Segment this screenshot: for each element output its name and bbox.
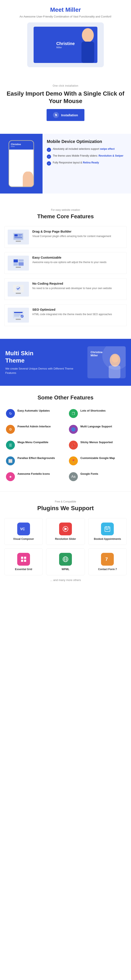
svg-rect-22 bbox=[14, 315, 22, 315]
mobile-feature-icon-2: ✓ bbox=[47, 154, 51, 159]
mobile-feature-3: ✓ Fully Responsive layout & Retina Ready bbox=[47, 161, 127, 165]
svg-rect-36 bbox=[106, 529, 107, 530]
other-feature-6: 📌 Sticky Menus Supported bbox=[67, 439, 127, 451]
other-feature-body-3: Powerful Admin Interface bbox=[17, 425, 51, 428]
feature-card-img-4 bbox=[8, 308, 29, 323]
svg-rect-27 bbox=[109, 366, 120, 378]
feature-card-body-3: No Coding Required No need to be a profe… bbox=[32, 282, 112, 290]
other-feature-4: 🌐 Multi Language Support bbox=[67, 423, 127, 436]
plugin-icon-4 bbox=[17, 553, 30, 566]
plugin-icon-6: 7 bbox=[101, 553, 114, 566]
other-feature-title-5: Mega Menu Compatible bbox=[17, 441, 48, 444]
svg-rect-1 bbox=[82, 41, 94, 63]
mobile-feature-icon-3: ✓ bbox=[47, 161, 51, 165]
other-feature-body-10: Google Fonts bbox=[80, 472, 98, 476]
svg-rect-7 bbox=[18, 234, 22, 235]
svg-rect-18 bbox=[16, 293, 21, 294]
other-feature-body-2: Lots of Shortcodes bbox=[80, 409, 106, 413]
features-heading: Theme Core Features bbox=[4, 213, 127, 220]
plugin-card-5: WPML bbox=[46, 548, 85, 575]
svg-marker-31 bbox=[65, 527, 68, 530]
plugins-note: ... and many more others bbox=[4, 578, 127, 582]
other-feature-body-8: Customizable Google Map bbox=[80, 457, 115, 460]
hero-subtitle: An Awesome User-Friendly Combination of … bbox=[4, 15, 127, 18]
other-features-section: Some Other Features ↻ Easy Automatic Upd… bbox=[0, 386, 131, 492]
svg-rect-40 bbox=[21, 560, 23, 562]
mobile-feature-text-1: Absolutely all included selections suppo… bbox=[53, 147, 115, 151]
other-feature-body-4: Multi Language Support bbox=[80, 425, 112, 428]
plugin-icon-1: VC bbox=[17, 523, 30, 535]
install-button[interactable]: 🖱 Installation bbox=[47, 109, 84, 121]
mobile-feature-1: ✓ Absolutely all included selections sup… bbox=[47, 147, 127, 152]
plugins-heading: Plugins We Support bbox=[4, 505, 127, 512]
mobile-feature-text-2: The theme uses Mobile Friendly sliders: … bbox=[53, 154, 123, 158]
other-feature-body-1: Easy Automatic Updates bbox=[17, 409, 50, 413]
phone-surname: Miller bbox=[11, 146, 32, 148]
svg-rect-5 bbox=[14, 234, 17, 236]
other-feature-title-2: Lots of Shortcodes bbox=[80, 409, 106, 412]
plugin-icon-5 bbox=[59, 553, 72, 566]
other-feature-7: ⬜ Parallax Effect Backgrounds bbox=[4, 455, 64, 467]
import-heading: Easily Import Demo With a Single Click o… bbox=[6, 90, 125, 105]
plugin-name-4: Essential Grid bbox=[15, 568, 32, 571]
laptop-surname: Miller bbox=[56, 46, 75, 49]
other-feature-icon-3: ⚙ bbox=[6, 425, 15, 434]
feature-card-img-3 bbox=[8, 282, 29, 297]
plugin-card-2: Revolution Slider bbox=[46, 518, 85, 545]
mobile-phone-mockup: Christine Miller bbox=[0, 134, 43, 194]
svg-point-28 bbox=[112, 355, 118, 363]
other-feature-title-10: Google Fonts bbox=[80, 472, 98, 476]
other-feature-1: ↻ Easy Automatic Updates bbox=[4, 407, 64, 420]
feature-card-img-2 bbox=[8, 256, 29, 270]
other-feature-5: ☰ Mega Menu Compatible bbox=[4, 439, 64, 451]
other-feature-icon-4: 🌐 bbox=[69, 425, 78, 434]
feature-card-4: SEO Optimized HTML code integrated into … bbox=[4, 304, 127, 326]
hero-title-plain: Meet bbox=[50, 6, 65, 13]
laptop-screen: Christine Miller bbox=[33, 27, 98, 63]
feature-card-img-1 bbox=[8, 229, 29, 245]
hero-section: Meet Miller An Awesome User-Friendly Com… bbox=[0, 0, 131, 76]
mobile-content: Mobile Device Optimization ✓ Absolutely … bbox=[43, 134, 131, 194]
other-feature-title-6: Sticky Menus Supported bbox=[80, 441, 113, 444]
plugin-card-4: Essential Grid bbox=[4, 548, 43, 575]
other-feature-body-5: Mega Menu Compatible bbox=[17, 441, 48, 444]
plugins-small-label: Free & Compatible bbox=[4, 500, 127, 503]
other-feature-icon-9: ★ bbox=[6, 472, 15, 481]
other-feature-title-8: Customizable Google Map bbox=[80, 457, 115, 460]
svg-rect-23 bbox=[14, 316, 19, 317]
feature-card-body-1: Drag & Drop Page Builder Visual Composer… bbox=[32, 229, 111, 238]
svg-rect-8 bbox=[18, 235, 21, 236]
svg-rect-20 bbox=[14, 312, 22, 313]
plugin-card-1: VC Visual Composer bbox=[4, 518, 43, 545]
feature-card-title-2: Easy Customizable bbox=[32, 256, 107, 259]
other-feature-10: Aa Google Fonts bbox=[67, 471, 127, 483]
other-feature-icon-2: ❐ bbox=[69, 409, 78, 418]
phone-name: Christine bbox=[11, 143, 32, 146]
other-feature-icon-7: ⬜ bbox=[6, 457, 15, 465]
multiskin-heading: Multi Skin Theme bbox=[5, 350, 83, 364]
other-features-grid: ↻ Easy Automatic Updates ❐ Lots of Short… bbox=[4, 407, 127, 483]
plugin-name-3: Booked Appointments bbox=[94, 538, 121, 541]
features-small-label: For easy website creation bbox=[4, 208, 127, 212]
svg-rect-14 bbox=[19, 262, 24, 266]
multiskin-image: ChristineMiller bbox=[87, 346, 126, 378]
mobile-section: Christine Miller Mobile Device Optimizat… bbox=[0, 134, 131, 194]
other-feature-body-7: Parallax Effect Backgrounds bbox=[17, 457, 55, 460]
mobile-feature-2: ✓ The theme uses Mobile Friendly sliders… bbox=[47, 154, 127, 159]
plugin-name-5: WPML bbox=[62, 568, 69, 571]
plugin-name-6: Contact Form 7 bbox=[98, 568, 117, 571]
plugins-grid: VC Visual Composer Revolution Slider bbox=[4, 518, 127, 575]
other-feature-8: 📍 Customizable Google Map bbox=[67, 455, 127, 467]
svg-text:VC: VC bbox=[20, 527, 25, 531]
other-feature-3: ⚙ Powerful Admin Interface bbox=[4, 423, 64, 436]
mobile-feature-icon-1: ✓ bbox=[47, 148, 51, 152]
svg-point-2 bbox=[84, 30, 92, 38]
laptop-mockup: Christine Miller bbox=[27, 22, 104, 67]
mobile-heading: Mobile Device Optimization bbox=[47, 139, 127, 144]
other-feature-icon-5: ☰ bbox=[6, 441, 15, 450]
svg-rect-25 bbox=[16, 319, 21, 320]
other-feature-title-4: Multi Language Support bbox=[80, 425, 112, 428]
feature-card-1: Drag & Drop Page Builder Visual Composer… bbox=[4, 226, 127, 248]
feature-card-3: No Coding Required No need to be a profe… bbox=[4, 278, 127, 300]
plugin-card-6: 7 Contact Form 7 bbox=[88, 548, 127, 575]
